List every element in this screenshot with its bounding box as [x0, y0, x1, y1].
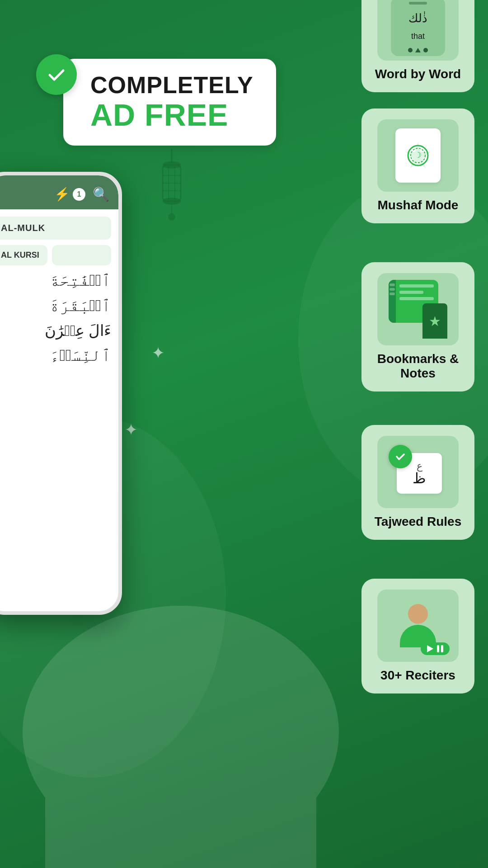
svg-point-6	[289, 669, 316, 705]
mushaf-mode-icon-area: ☽	[377, 119, 459, 192]
phone-mockup: ⚡ 1 🔍 AL-MULK AL KURSI ٱلۡفَٰتِحَةَ ٱلۡب…	[0, 172, 122, 615]
word-by-word-icon-area: ذٰلك that	[377, 0, 459, 61]
reciters-label: 30+ Reciters	[380, 668, 455, 683]
badge-check-circle	[36, 54, 77, 95]
lantern-decoration	[151, 149, 192, 241]
svg-point-4	[45, 669, 72, 705]
tajweed-icon-area: ع ظ	[377, 436, 459, 508]
reciters-card-container: 30+ Reciters	[361, 579, 474, 693]
svg-rect-3	[45, 687, 72, 868]
svg-text:☽: ☽	[414, 151, 422, 160]
bolt-icon: ⚡	[54, 187, 70, 202]
bookmarks-card-container: ★ Bookmarks & Notes	[361, 262, 474, 392]
ad-free-badge: COMPLETELY AD FREE	[36, 54, 276, 146]
badge-completely-text: COMPLETELY	[90, 72, 253, 98]
mushaf-icon-svg: ☽	[402, 140, 434, 171]
bookmarks-label: Bookmarks & Notes	[371, 352, 465, 381]
bookmarks-icon-area: ★	[377, 273, 459, 345]
word-by-word-card-container: ذٰلك that Word by Word	[361, 0, 474, 92]
search-icon[interactable]: 🔍	[93, 186, 109, 202]
sparkle-star-2: ✦	[124, 420, 138, 439]
surah-almulk: AL-MULK	[1, 223, 45, 233]
sparkle-star-1: ✦	[151, 344, 165, 363]
reciters-card: 30+ Reciters	[361, 579, 474, 693]
tajweed-letter-small: ع	[413, 461, 426, 471]
mushaf-mode-card-container: ☽ Mushaf Mode	[361, 108, 474, 223]
phone-content: AL-MULK AL KURSI ٱلۡفَٰتِحَةَ ٱلۡبَقَرَة…	[0, 209, 118, 372]
header-badge-number: 1	[73, 188, 85, 201]
tajweed-label: Tajweed Rules	[375, 514, 461, 529]
badge-text-box: COMPLETELY AD FREE	[63, 59, 276, 146]
arabic-alfatiha: ٱلۡفَٰتِحَةَ	[0, 271, 111, 290]
bookmarks-card: ★ Bookmarks & Notes	[361, 262, 474, 392]
play-button-icon[interactable]	[427, 645, 433, 652]
word-by-word-label: Word by Word	[375, 67, 461, 81]
tajweed-letter-large: ظ	[413, 471, 426, 486]
word-by-word-card: ذٰلك that Word by Word	[361, 0, 474, 92]
svg-point-2	[99, 642, 262, 778]
badge-adfree-text: AD FREE	[90, 98, 253, 132]
wbw-english-text: that	[411, 32, 425, 41]
phone-screen: ⚡ 1 🔍 AL-MULK AL KURSI ٱلۡفَٰتِحَةَ ٱلۡب…	[0, 175, 118, 611]
mushaf-mode-card: ☽ Mushaf Mode	[361, 108, 474, 223]
bookmark-star-icon: ★	[429, 313, 441, 329]
svg-point-17	[168, 213, 175, 221]
tajweed-card: ع ظ Tajweed Rules	[361, 425, 474, 540]
arabic-albaqarah: ٱلۡبَقَرَةَ	[0, 296, 111, 315]
phone-header: ⚡ 1 🔍	[0, 175, 118, 209]
arabic-alimran: ءَالَ عِمۡرَٰنَ	[0, 321, 111, 340]
tajweed-card-container: ع ظ Tajweed Rules	[361, 425, 474, 540]
pause-button-icon[interactable]	[437, 645, 443, 652]
wbw-arabic-text: ذٰلك	[408, 11, 427, 25]
svg-rect-5	[289, 687, 316, 868]
svg-point-15	[163, 198, 181, 205]
mushaf-mode-label: Mushaf Mode	[378, 198, 459, 212]
arabic-alnisa: ٱلنِّسَاۤءَ	[0, 346, 111, 365]
reciters-icon-area	[377, 590, 459, 662]
tajweed-check-icon	[394, 450, 407, 463]
surah-alkursi: AL KURSI	[1, 250, 39, 259]
